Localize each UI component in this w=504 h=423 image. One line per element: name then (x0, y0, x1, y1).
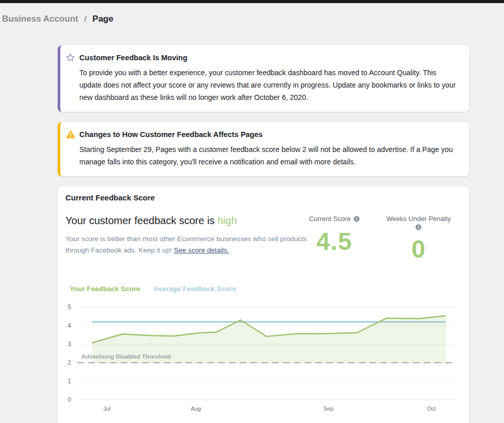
notice-feedback-changes: Changes to How Customer Feedback Affects… (58, 122, 469, 176)
notice-body: Starting September 29, Pages with a cust… (79, 143, 459, 168)
breadcrumb-page: Page (92, 14, 113, 24)
window-top-bar (0, 0, 504, 3)
chart-legend: Your Feedback Score Average Feedback Sco… (70, 285, 456, 293)
star-icon (65, 53, 75, 62)
score-status: high (217, 215, 237, 226)
score-description: Your score is better than most other Eco… (65, 233, 308, 256)
see-score-details-link[interactable]: See score details. (174, 246, 229, 254)
x-tick-label: Sep (324, 405, 334, 412)
metric-label-text: Weeks Under Penalty (387, 215, 451, 223)
main-content: Customer Feedback Is Moving To provide y… (58, 45, 469, 423)
notice-feedback-moving: Customer Feedback Is Moving To provide y… (58, 45, 469, 112)
y-tick-label: 3 (68, 341, 71, 348)
score-summary-row: Your customer feedback score is high You… (65, 215, 456, 263)
metrics: Current Score 4.5 Weeks Under (309, 215, 456, 263)
warning-icon (65, 129, 75, 139)
x-tick-label: Jul (103, 405, 110, 412)
feedback-score-chart: 543210Advertising Disabled ThresholdJulA… (77, 299, 456, 418)
info-icon[interactable] (415, 224, 422, 230)
score-headline-block: Your customer feedback score is high You… (65, 215, 308, 263)
score-headline-text: Your customer feedback score is (65, 215, 217, 226)
breadcrumb: Business Account / Page (2, 14, 504, 24)
y-tick-label: 4 (68, 322, 71, 329)
notice-body: To provide you with a better experience,… (79, 66, 459, 104)
legend-your-feedback-score[interactable]: Your Feedback Score (70, 285, 140, 293)
score-card-title: Current Feedback Score (65, 193, 456, 202)
legend-average-feedback-score[interactable]: Average Feedback Score (154, 285, 236, 293)
current-score-value: 4.5 (309, 227, 360, 256)
notice-header: Customer Feedback Is Moving (65, 53, 459, 62)
y-tick-label: 2 (68, 359, 71, 366)
notice-title: Changes to How Customer Feedback Affects… (79, 130, 263, 139)
metric-label: Weeks Under Penalty (387, 215, 451, 230)
breadcrumb-business-account[interactable]: Business Account (2, 14, 78, 24)
metric-label-text: Current Score (309, 215, 351, 223)
current-feedback-score-card: Current Feedback Score Your customer fee… (58, 187, 469, 423)
metric-weeks-under-penalty: Weeks Under Penalty 0 (387, 215, 451, 263)
metric-current-score: Current Score 4.5 (309, 215, 360, 256)
feedback-chart-svg: 543210Advertising Disabled ThresholdJulA… (77, 299, 456, 418)
metric-label: Current Score (309, 215, 360, 223)
weeks-under-penalty-value: 0 (387, 235, 451, 263)
y-tick-label: 5 (68, 303, 71, 311)
threshold-label: Advertising Disabled Threshold (81, 353, 171, 360)
y-tick-label: 0 (68, 396, 71, 403)
y-tick-label: 1 (68, 378, 71, 385)
notice-title: Customer Feedback Is Moving (79, 54, 188, 62)
info-icon[interactable] (354, 216, 360, 222)
x-tick-label: Aug (191, 405, 201, 412)
x-tick-label: Oct (427, 405, 436, 412)
breadcrumb-separator: / (84, 14, 86, 23)
score-headline: Your customer feedback score is high (65, 215, 308, 227)
notice-header: Changes to How Customer Feedback Affects… (65, 129, 459, 139)
